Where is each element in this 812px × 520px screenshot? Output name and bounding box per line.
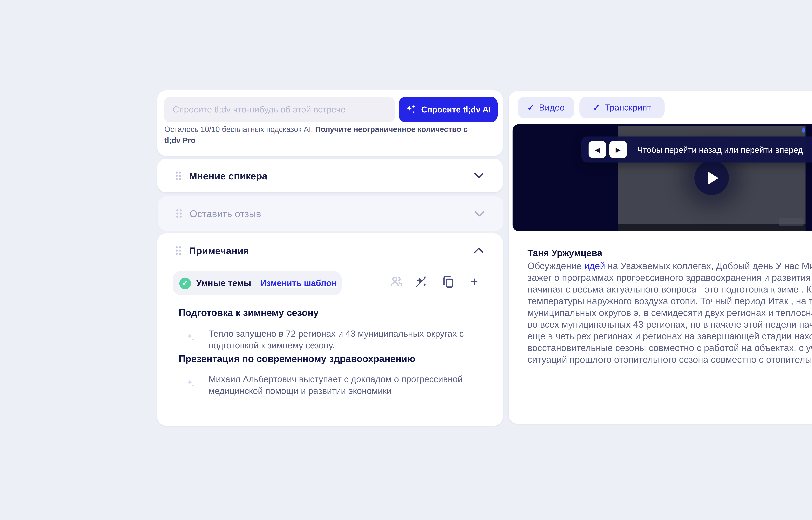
section-speaker-opinion[interactable]: Мнение спикера [157, 159, 503, 192]
shared-screen-taskbar [618, 224, 806, 231]
share-participants-button[interactable] [390, 275, 403, 288]
seek-hint-text: Чтобы перейти назад или перейти вперед [637, 145, 803, 154]
meeting-page: Спросите tl;dv AI Осталось 10/10 бесплат… [0, 0, 812, 520]
note-body[interactable]: Михаил Альбертович выступает с докладом … [208, 374, 468, 396]
quota-text: Осталось 10/10 бесплатных подсказок AI. … [164, 124, 475, 146]
edit-template-link[interactable]: Изменить шаблон [260, 278, 337, 288]
check-icon: ✓ [593, 103, 600, 112]
back-icon: ◀ [595, 146, 600, 153]
transcript-highlight-word[interactable]: идей [584, 261, 605, 271]
media-card: ✓ Видео ✓ Транскрипт ◀ ▶ Чтобы перейти н… [509, 91, 812, 424]
seek-back-button[interactable]: ◀ [589, 141, 606, 158]
play-button[interactable] [694, 160, 729, 195]
note-body[interactable]: Тепло запущено в 72 регионах и 43 муници… [208, 328, 468, 351]
section-speaker-opinion-label: Мнение спикера [189, 170, 268, 181]
chevron-down-icon[interactable] [475, 211, 484, 216]
video-player[interactable]: ◀ ▶ Чтобы перейти назад или перейти впер… [512, 124, 812, 231]
section-notes: Примечания ✓ Умные темы Изменить шаблон [157, 233, 503, 426]
copy-notes-button[interactable] [442, 275, 455, 288]
drag-handle-icon[interactable] [175, 245, 182, 255]
ask-ai-button[interactable]: Спросите tl;dv AI [399, 97, 498, 122]
chevron-up-icon[interactable] [474, 248, 483, 253]
smart-topics-label: Умные темы [196, 278, 251, 288]
drag-handle-icon[interactable] [175, 208, 183, 218]
check-icon: ✓ [527, 103, 534, 112]
check-circle-icon: ✓ [179, 277, 191, 289]
ask-ai-card: Спросите tl;dv AI Осталось 10/10 бесплат… [157, 90, 503, 156]
ask-ai-button-label: Спросите tl;dv AI [421, 105, 491, 114]
shared-screen-watermark [779, 218, 804, 226]
add-note-button[interactable]: + [468, 275, 481, 288]
tab-transcript-label: Транскрипт [605, 103, 651, 112]
seek-hint-tooltip: ◀ ▶ Чтобы перейти назад или перейти впер… [581, 136, 812, 162]
tab-video[interactable]: ✓ Видео [518, 97, 574, 118]
note-title[interactable]: Презентация по современному здравоохране… [179, 354, 415, 364]
forward-icon: ▶ [616, 146, 621, 153]
note-title[interactable]: Подготовка к зимнему сезону [179, 308, 319, 318]
ai-sparkle-icon [185, 378, 196, 389]
play-icon [708, 171, 719, 184]
tab-video-label: Видео [539, 103, 565, 112]
smart-topics-chip: ✓ Умные темы Изменить шаблон [173, 271, 342, 295]
seek-forward-button[interactable]: ▶ [609, 141, 627, 158]
ask-ai-input[interactable] [164, 97, 395, 122]
ai-sparkle-icon [185, 332, 196, 342]
transcript-speaker-name: Таня Уржумцева [528, 248, 602, 258]
ai-magic-wand-icon[interactable] [415, 275, 427, 288]
sparkles-icon [406, 104, 417, 115]
section-notes-label: Примечания [189, 245, 249, 256]
section-leave-feedback-label: Оставить отзыв [190, 208, 261, 219]
section-leave-feedback[interactable]: Оставить отзыв [157, 196, 504, 231]
tab-transcript[interactable]: ✓ Транскрипт [580, 97, 665, 118]
shared-screen-cursor [802, 128, 805, 133]
transcript-text: Обсуждение идей на Уважаемых коллегах, Д… [528, 260, 812, 365]
chevron-down-icon[interactable] [474, 173, 483, 178]
drag-handle-icon[interactable] [175, 171, 182, 180]
